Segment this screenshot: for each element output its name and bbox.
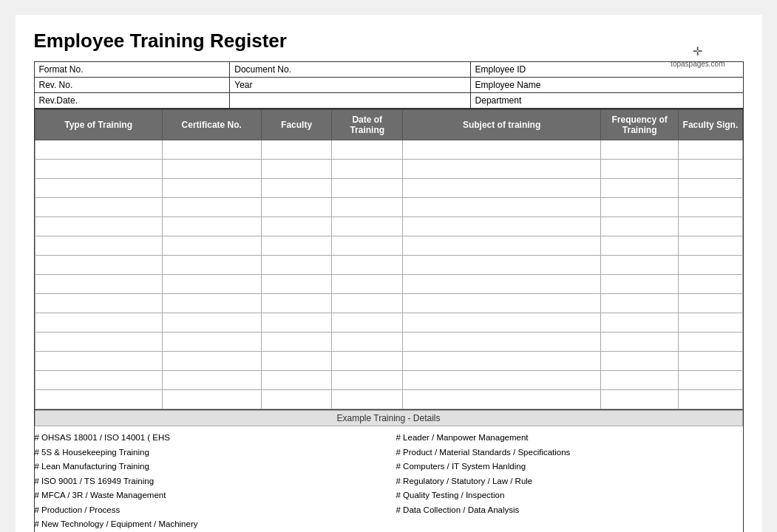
table-row — [35, 371, 742, 390]
table-cell — [601, 294, 679, 313]
table-cell — [261, 236, 332, 256]
table-cell — [601, 160, 679, 179]
table-cell — [403, 198, 601, 217]
table-row — [35, 179, 742, 198]
table-cell — [679, 294, 742, 313]
table-row — [35, 140, 742, 160]
table-cell — [162, 236, 261, 256]
example-section: Example Training - Details # OHSAS 18001… — [34, 410, 744, 532]
table-cell — [162, 275, 261, 294]
table-row — [35, 313, 742, 332]
table-cell — [261, 198, 332, 217]
table-cell — [679, 332, 742, 352]
table-cell — [332, 275, 403, 294]
table-cell — [261, 313, 332, 332]
table-cell — [162, 256, 261, 275]
table-cell — [332, 352, 403, 371]
table-cell — [601, 332, 679, 352]
table-cell — [35, 160, 162, 179]
table-row — [35, 236, 742, 256]
example-right-item: # Product / Material Standards / Specifi… — [396, 446, 743, 460]
main-table: Type of Training Certificate No. Faculty… — [35, 109, 743, 409]
table-cell — [332, 217, 403, 236]
table-row — [35, 198, 742, 217]
table-cell — [35, 275, 162, 294]
table-cell — [679, 352, 742, 371]
example-left-item: # Lean Manufacturing Training — [35, 460, 381, 474]
employee-name-label: Employee Name — [470, 78, 743, 93]
info-row-2: Rev. No. Year Employee Name — [34, 78, 743, 93]
table-cell — [403, 390, 601, 409]
table-cell — [403, 160, 601, 179]
example-left-col: # OHSAS 18001 / ISO 14001 ( EHS# 5S & Ho… — [35, 431, 381, 532]
example-left-item: # OHSAS 18001 / ISO 14001 ( EHS — [35, 431, 381, 446]
example-right-col: # Leader / Manpower Management# Product … — [396, 431, 743, 532]
table-cell — [403, 294, 601, 313]
example-left-item: # Production / Process — [35, 503, 381, 518]
table-cell — [332, 332, 403, 352]
info-row-3: Rev.Date. Department — [34, 93, 743, 109]
table-cell — [601, 371, 679, 390]
logo-icon: ✛ — [693, 44, 702, 58]
example-left-item: # New Technology / Equipment / Machinery — [35, 517, 381, 532]
table-cell — [601, 313, 679, 332]
table-cell — [403, 313, 601, 332]
table-row — [35, 160, 742, 179]
table-cell — [601, 390, 679, 409]
rev-date-label: Rev.Date. — [34, 93, 230, 109]
table-row — [35, 352, 742, 371]
example-right-item: # Computers / IT System Hanlding — [396, 460, 743, 474]
table-cell — [261, 294, 332, 313]
table-cell — [403, 332, 601, 352]
table-cell — [403, 371, 601, 390]
example-right-item: # Leader / Manpower Management — [396, 431, 743, 446]
table-cell — [261, 140, 332, 160]
table-cell — [679, 236, 742, 256]
table-header-row: Type of Training Certificate No. Faculty… — [35, 110, 742, 140]
table-cell — [332, 313, 403, 332]
table-cell — [35, 390, 162, 409]
table-cell — [601, 352, 679, 371]
table-cell — [332, 236, 403, 256]
table-cell — [261, 160, 332, 179]
table-cell — [679, 313, 742, 332]
table-cell — [35, 313, 162, 332]
table-cell — [261, 275, 332, 294]
example-left-item: # MFCA / 3R / Waste Management — [35, 488, 381, 503]
page-title: Employee Training Register — [34, 30, 744, 52]
table-cell — [162, 140, 261, 160]
col-frequency-of-training: Frequency of Training — [601, 110, 679, 140]
table-cell — [35, 179, 162, 198]
table-cell — [332, 294, 403, 313]
table-row — [35, 256, 742, 275]
example-right-item: # Regulatory / Statutory / Law / Rule — [396, 474, 743, 489]
table-row — [35, 275, 742, 294]
table-cell — [35, 236, 162, 256]
table-cell — [162, 332, 261, 352]
table-cell — [403, 352, 601, 371]
example-right-item: # Quality Testing / Inspection — [396, 488, 743, 503]
table-cell — [162, 390, 261, 409]
table-cell — [403, 275, 601, 294]
table-cell — [679, 179, 742, 198]
table-cell — [601, 179, 679, 198]
table-cell — [261, 332, 332, 352]
col-type-of-training: Type of Training — [35, 110, 162, 140]
table-cell — [679, 198, 742, 217]
document-no-label: Document No. — [230, 62, 470, 78]
col-faculty-sign: Faculty Sign. — [679, 110, 742, 140]
table-cell — [332, 140, 403, 160]
table-cell — [261, 217, 332, 236]
department-label: Department — [470, 93, 743, 109]
table-row — [35, 294, 742, 313]
col-certificate-no: Certificate No. — [162, 110, 261, 140]
table-cell — [403, 236, 601, 256]
table-cell — [601, 236, 679, 256]
rev-date-empty — [230, 93, 470, 109]
example-content: # OHSAS 18001 / ISO 14001 ( EHS# 5S & Ho… — [35, 431, 743, 532]
table-cell — [162, 179, 261, 198]
table-row — [35, 332, 742, 352]
example-header: Example Training - Details — [35, 410, 743, 426]
rev-no-label: Rev. No. — [34, 78, 230, 93]
table-row — [35, 390, 742, 409]
